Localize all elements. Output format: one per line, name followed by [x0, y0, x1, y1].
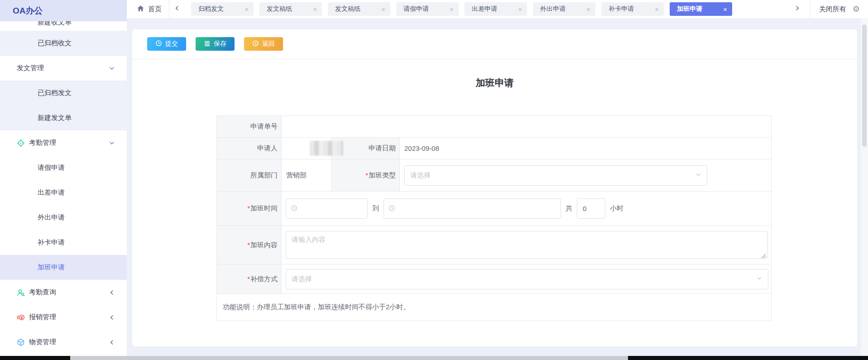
chevron-down-icon — [109, 140, 115, 146]
vertical-scrollbar[interactable] — [861, 18, 868, 356]
back-button[interactable]: 返回 — [244, 37, 283, 51]
required-mark: * — [365, 171, 368, 179]
clock-icon — [291, 205, 297, 213]
chevron-right-icon — [794, 5, 801, 13]
sidebar-item[interactable]: 外出申请 — [0, 205, 127, 230]
tab-外出申请[interactable]: 外出申请× — [533, 2, 595, 16]
applicant-value-cell — [282, 138, 332, 159]
applicant-redacted-value — [310, 141, 343, 156]
clock-icon — [155, 40, 162, 48]
sidebar-item-label: 新建收文单 — [38, 21, 72, 27]
overtime-time-cell: 到 共 小时 — [282, 192, 772, 226]
sidebar-item-label: 物资管理 — [29, 338, 56, 346]
close-icon[interactable]: × — [245, 6, 249, 13]
department-value: 营销部 — [282, 159, 332, 192]
resize-grip-icon[interactable] — [761, 252, 766, 258]
horizontal-scrollbar[interactable] — [0, 356, 868, 360]
sidebar-item[interactable]: 加班申请 — [0, 255, 127, 280]
close-icon[interactable]: × — [313, 6, 317, 13]
tab-补卡申请[interactable]: 补卡申请× — [601, 2, 664, 16]
tab-label: 加班申请 — [677, 5, 702, 13]
tab-出差申请[interactable]: 出差申请× — [465, 2, 527, 16]
chevron-down-icon — [756, 275, 762, 283]
expense-icon — [17, 313, 25, 322]
tab-发文稿纸[interactable]: 发文稿纸× — [328, 2, 390, 16]
tab-发文稿纸[interactable]: 发文稿纸× — [259, 2, 322, 16]
sidebar-item[interactable]: 考勤查询 — [0, 280, 127, 305]
close-icon[interactable]: × — [723, 6, 727, 13]
start-time-input[interactable] — [286, 198, 368, 219]
tabs-scroll-right-button[interactable] — [790, 0, 805, 18]
submit-button[interactable]: 提交 — [147, 37, 186, 51]
tabs-scroll-left-button[interactable] — [169, 0, 185, 18]
list-icon — [204, 40, 211, 48]
sidebar-item[interactable]: 报销管理 — [0, 305, 127, 330]
department-label: 所属部门 — [217, 159, 282, 192]
hours-unit: 小时 — [610, 204, 623, 213]
to-text: 到 — [372, 204, 379, 213]
sidebar-item[interactable]: 新建收文单 — [0, 21, 127, 31]
overtime-content-textarea[interactable]: 请输入内容 — [286, 231, 767, 259]
sidebar-item[interactable]: 出差申请 — [0, 180, 127, 205]
tab-加班申请[interactable]: 加班申请× — [670, 2, 732, 16]
save-button[interactable]: 保存 — [196, 37, 235, 51]
table-row: 申请单号 — [217, 116, 772, 138]
hours-input[interactable] — [577, 198, 605, 219]
table-row: 功能说明：办理员工加班申请，加班连续时间不得小于2小时。 — [217, 294, 772, 321]
close-icon[interactable]: × — [655, 6, 659, 13]
toolbar-divider — [132, 59, 857, 59]
close-icon[interactable]: × — [586, 6, 590, 13]
tab-请假申请[interactable]: 请假申请× — [396, 2, 459, 16]
tab-label: 归档发文 — [198, 5, 224, 13]
sidebar-item[interactable]: 考勤管理 — [0, 130, 127, 155]
sidebar-item[interactable]: 已归档发文 — [0, 81, 127, 106]
overtime-content-cell: 请输入内容 — [282, 226, 772, 264]
sidebar-item-label: 考勤查询 — [29, 288, 56, 297]
chevron-down-icon — [109, 65, 115, 72]
sidebar-item[interactable]: 新建发文单 — [0, 106, 127, 130]
sidebar-item[interactable]: 发文管理 — [0, 56, 127, 81]
tab-归档发文[interactable]: 归档发文× — [191, 2, 254, 16]
tab-home-label: 首页 — [148, 5, 162, 14]
overtime-type-cell: 请选择 — [400, 159, 772, 192]
chevron-left-icon — [109, 314, 115, 321]
sidebar-item[interactable]: 请假申请 — [0, 155, 127, 180]
table-row: 申请人 申请日期 2023-09-08 — [217, 138, 772, 159]
tab-label: 出差申请 — [472, 5, 497, 13]
sidebar-item-label: 出差申请 — [38, 188, 65, 197]
overtime-type-select[interactable]: 请选择 — [404, 165, 707, 186]
order-no-value — [282, 116, 772, 138]
apply-date-value: 2023-09-08 — [400, 138, 772, 159]
clock-icon — [388, 205, 395, 213]
close-all-tabs-button[interactable]: 关闭所有 — [819, 5, 846, 14]
sidebar-item[interactable]: 补卡申请 — [0, 230, 127, 255]
table-row: *加班内容 请输入内容 — [217, 226, 772, 264]
sidebar-item-label: 已归档收文 — [38, 39, 72, 48]
sidebar-item-label: 已归档发文 — [38, 89, 72, 97]
sidebar-item[interactable]: 已归档收文 — [0, 31, 127, 56]
compensation-label: *补偿方式 — [217, 264, 282, 294]
close-icon[interactable]: × — [450, 6, 454, 13]
close-icon[interactable]: × — [518, 6, 522, 13]
vertical-scrollbar-thumb[interactable] — [862, 24, 867, 147]
table-row: 所属部门 营销部 *加班类型 请选择 — [217, 159, 772, 192]
compensation-select[interactable]: 请选择 — [286, 269, 768, 289]
overtime-time-label: *加班时间 — [217, 192, 282, 226]
sidebar-menu: 新建收文单已归档收文发文管理已归档发文新建发文单考勤管理请假申请出差申请外出申请… — [0, 21, 127, 355]
tabbar: 首页 归档发文×发文稿纸×发文稿纸×请假申请×出差申请×外出申请×补卡申请×加班… — [127, 0, 868, 18]
form-toolbar: 提交 保存 返回 — [147, 37, 283, 51]
close-icon[interactable]: × — [381, 6, 385, 13]
tab-label: 补卡申请 — [609, 5, 634, 13]
gear-icon[interactable]: ⚙ — [853, 4, 860, 14]
end-time-input[interactable] — [384, 198, 561, 219]
compensation-cell: 请选择 — [282, 264, 772, 294]
tab-home[interactable]: 首页 — [137, 5, 162, 14]
table-row: *加班时间 到 — [217, 192, 772, 226]
cube-icon — [17, 338, 25, 346]
total-text: 共 — [566, 204, 572, 213]
horizontal-scrollbar-thumb[interactable] — [70, 356, 628, 360]
table-row: *补偿方式 请选择 — [217, 264, 772, 294]
applicant-label: 申请人 — [217, 138, 282, 159]
sidebar-item[interactable]: 物资管理 — [0, 330, 127, 355]
required-mark: * — [247, 241, 250, 249]
